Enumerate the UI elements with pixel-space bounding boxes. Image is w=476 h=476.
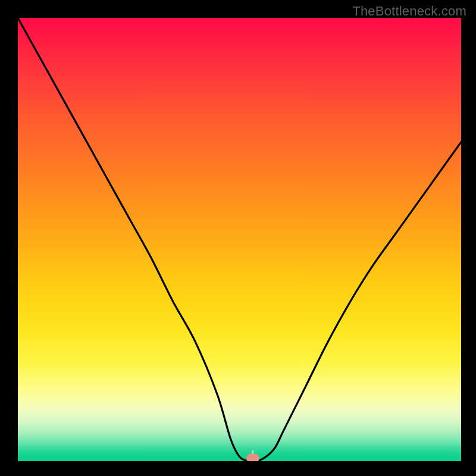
plot-area bbox=[18, 18, 461, 461]
curve-svg bbox=[18, 18, 461, 461]
optimum-marker bbox=[246, 454, 259, 462]
watermark-text: TheBottleneck.com bbox=[352, 4, 466, 19]
bottleneck-curve bbox=[18, 18, 461, 461]
chart-frame: TheBottleneck.com bbox=[0, 0, 476, 476]
